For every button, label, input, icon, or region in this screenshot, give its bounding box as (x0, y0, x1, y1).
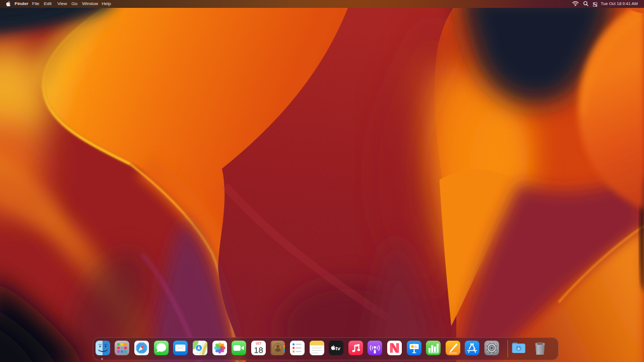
svg-text:18: 18 (254, 345, 264, 355)
svg-text:tv: tv (335, 345, 341, 351)
